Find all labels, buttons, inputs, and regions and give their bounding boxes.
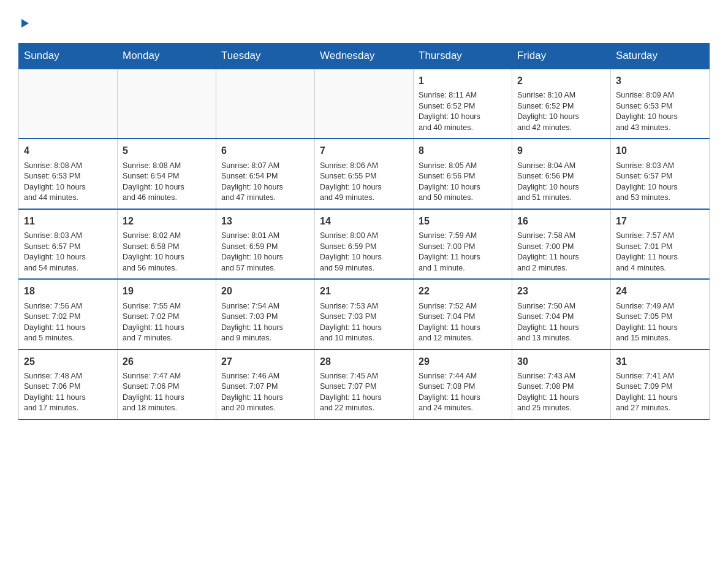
calendar-header-wednesday: Wednesday — [315, 44, 414, 69]
day-info: Sunrise: 7:58 AM Sunset: 7:00 PM Dayligh… — [517, 231, 605, 274]
calendar-header-tuesday: Tuesday — [216, 44, 315, 69]
calendar-cell: 16Sunrise: 7:58 AM Sunset: 7:00 PM Dayli… — [512, 209, 611, 279]
calendar-header-monday: Monday — [118, 44, 216, 69]
calendar-cell: 2Sunrise: 8:10 AM Sunset: 6:52 PM Daylig… — [512, 69, 611, 139]
calendar-cell: 13Sunrise: 8:01 AM Sunset: 6:59 PM Dayli… — [216, 209, 315, 279]
day-number: 20 — [221, 285, 309, 298]
day-info: Sunrise: 7:56 AM Sunset: 7:02 PM Dayligh… — [24, 301, 112, 344]
calendar-cell: 10Sunrise: 8:03 AM Sunset: 6:57 PM Dayli… — [611, 139, 710, 209]
day-number: 29 — [419, 355, 507, 369]
day-number: 2 — [517, 74, 605, 88]
calendar-header-friday: Friday — [512, 44, 611, 69]
day-info: Sunrise: 7:52 AM Sunset: 7:04 PM Dayligh… — [419, 301, 507, 344]
calendar-cell: 29Sunrise: 7:44 AM Sunset: 7:08 PM Dayli… — [414, 350, 512, 419]
calendar-cell: 7Sunrise: 8:06 AM Sunset: 6:55 PM Daylig… — [315, 139, 414, 209]
day-info: Sunrise: 8:08 AM Sunset: 6:53 PM Dayligh… — [24, 161, 112, 204]
calendar-cell: 9Sunrise: 8:04 AM Sunset: 6:56 PM Daylig… — [512, 139, 611, 209]
day-info: Sunrise: 8:05 AM Sunset: 6:56 PM Dayligh… — [419, 161, 507, 204]
day-info: Sunrise: 8:11 AM Sunset: 6:52 PM Dayligh… — [419, 90, 507, 133]
day-info: Sunrise: 8:02 AM Sunset: 6:58 PM Dayligh… — [123, 231, 211, 274]
calendar-cell: 19Sunrise: 7:55 AM Sunset: 7:02 PM Dayli… — [118, 279, 216, 349]
day-number: 31 — [616, 355, 704, 369]
day-info: Sunrise: 7:47 AM Sunset: 7:06 PM Dayligh… — [123, 371, 211, 414]
calendar-cell — [118, 69, 216, 139]
calendar-cell: 21Sunrise: 7:53 AM Sunset: 7:03 PM Dayli… — [315, 279, 414, 349]
calendar-cell: 28Sunrise: 7:45 AM Sunset: 7:07 PM Dayli… — [315, 350, 414, 419]
day-number: 22 — [419, 285, 507, 298]
day-info: Sunrise: 7:46 AM Sunset: 7:07 PM Dayligh… — [221, 371, 309, 414]
day-info: Sunrise: 8:00 AM Sunset: 6:59 PM Dayligh… — [320, 231, 408, 274]
day-info: Sunrise: 7:45 AM Sunset: 7:07 PM Dayligh… — [320, 371, 408, 414]
logo-arrow-icon — [20, 12, 31, 33]
page-header — [18, 12, 710, 31]
day-number: 9 — [517, 144, 605, 158]
day-info: Sunrise: 8:07 AM Sunset: 6:54 PM Dayligh… — [221, 161, 309, 204]
calendar-cell: 26Sunrise: 7:47 AM Sunset: 7:06 PM Dayli… — [118, 350, 216, 419]
day-number: 23 — [517, 285, 605, 298]
day-number: 4 — [24, 144, 112, 158]
logo — [18, 12, 31, 31]
day-info: Sunrise: 8:10 AM Sunset: 6:52 PM Dayligh… — [517, 90, 605, 133]
calendar-header-sunday: Sunday — [19, 44, 118, 69]
logo-line1 — [18, 12, 31, 33]
day-info: Sunrise: 8:03 AM Sunset: 6:57 PM Dayligh… — [24, 231, 112, 274]
calendar-cell: 27Sunrise: 7:46 AM Sunset: 7:07 PM Dayli… — [216, 350, 315, 419]
calendar-cell: 22Sunrise: 7:52 AM Sunset: 7:04 PM Dayli… — [414, 279, 512, 349]
calendar-cell: 8Sunrise: 8:05 AM Sunset: 6:56 PM Daylig… — [414, 139, 512, 209]
calendar-cell — [19, 69, 118, 139]
day-number: 1 — [419, 74, 507, 88]
calendar-cell: 30Sunrise: 7:43 AM Sunset: 7:08 PM Dayli… — [512, 350, 611, 419]
day-number: 7 — [320, 144, 408, 158]
calendar-header-row: SundayMondayTuesdayWednesdayThursdayFrid… — [19, 44, 710, 69]
day-number: 17 — [616, 215, 704, 228]
calendar-cell: 1Sunrise: 8:11 AM Sunset: 6:52 PM Daylig… — [414, 69, 512, 139]
calendar-cell: 4Sunrise: 8:08 AM Sunset: 6:53 PM Daylig… — [19, 139, 118, 209]
calendar-table: SundayMondayTuesdayWednesdayThursdayFrid… — [18, 43, 710, 420]
day-info: Sunrise: 8:01 AM Sunset: 6:59 PM Dayligh… — [221, 231, 309, 274]
day-info: Sunrise: 7:59 AM Sunset: 7:00 PM Dayligh… — [419, 231, 507, 274]
day-number: 10 — [616, 144, 704, 158]
calendar-cell: 3Sunrise: 8:09 AM Sunset: 6:53 PM Daylig… — [611, 69, 710, 139]
day-number: 16 — [517, 215, 605, 228]
calendar-header-thursday: Thursday — [414, 44, 512, 69]
day-info: Sunrise: 8:09 AM Sunset: 6:53 PM Dayligh… — [616, 90, 704, 133]
day-info: Sunrise: 7:49 AM Sunset: 7:05 PM Dayligh… — [616, 301, 704, 344]
day-info: Sunrise: 7:53 AM Sunset: 7:03 PM Dayligh… — [320, 301, 408, 344]
day-number: 25 — [24, 355, 112, 369]
day-info: Sunrise: 8:08 AM Sunset: 6:54 PM Dayligh… — [123, 161, 211, 204]
day-number: 21 — [320, 285, 408, 298]
day-number: 15 — [419, 215, 507, 228]
day-number: 26 — [123, 355, 211, 369]
calendar-cell: 12Sunrise: 8:02 AM Sunset: 6:58 PM Dayli… — [118, 209, 216, 279]
day-number: 3 — [616, 74, 704, 88]
day-number: 30 — [517, 355, 605, 369]
calendar-cell: 15Sunrise: 7:59 AM Sunset: 7:00 PM Dayli… — [414, 209, 512, 279]
day-info: Sunrise: 7:41 AM Sunset: 7:09 PM Dayligh… — [616, 371, 704, 414]
day-number: 13 — [221, 215, 309, 228]
calendar-cell: 25Sunrise: 7:48 AM Sunset: 7:06 PM Dayli… — [19, 350, 118, 419]
day-number: 24 — [616, 285, 704, 298]
day-number: 6 — [221, 144, 309, 158]
day-info: Sunrise: 7:44 AM Sunset: 7:08 PM Dayligh… — [419, 371, 507, 414]
calendar-week-4: 18Sunrise: 7:56 AM Sunset: 7:02 PM Dayli… — [19, 279, 710, 349]
calendar-cell: 14Sunrise: 8:00 AM Sunset: 6:59 PM Dayli… — [315, 209, 414, 279]
day-number: 8 — [419, 144, 507, 158]
day-number: 5 — [123, 144, 211, 158]
calendar-cell: 18Sunrise: 7:56 AM Sunset: 7:02 PM Dayli… — [19, 279, 118, 349]
day-info: Sunrise: 8:03 AM Sunset: 6:57 PM Dayligh… — [616, 161, 704, 204]
day-number: 28 — [320, 355, 408, 369]
calendar-cell: 6Sunrise: 8:07 AM Sunset: 6:54 PM Daylig… — [216, 139, 315, 209]
calendar-cell: 17Sunrise: 7:57 AM Sunset: 7:01 PM Dayli… — [611, 209, 710, 279]
day-info: Sunrise: 8:04 AM Sunset: 6:56 PM Dayligh… — [517, 161, 605, 204]
calendar-week-2: 4Sunrise: 8:08 AM Sunset: 6:53 PM Daylig… — [19, 139, 710, 209]
calendar-cell: 24Sunrise: 7:49 AM Sunset: 7:05 PM Dayli… — [611, 279, 710, 349]
day-info: Sunrise: 7:43 AM Sunset: 7:08 PM Dayligh… — [517, 371, 605, 414]
day-number: 14 — [320, 215, 408, 228]
calendar-cell — [315, 69, 414, 139]
calendar-cell: 23Sunrise: 7:50 AM Sunset: 7:04 PM Dayli… — [512, 279, 611, 349]
day-info: Sunrise: 7:54 AM Sunset: 7:03 PM Dayligh… — [221, 301, 309, 344]
calendar-header-saturday: Saturday — [611, 44, 710, 69]
day-info: Sunrise: 7:48 AM Sunset: 7:06 PM Dayligh… — [24, 371, 112, 414]
calendar-week-1: 1Sunrise: 8:11 AM Sunset: 6:52 PM Daylig… — [19, 69, 710, 139]
calendar-cell: 5Sunrise: 8:08 AM Sunset: 6:54 PM Daylig… — [118, 139, 216, 209]
